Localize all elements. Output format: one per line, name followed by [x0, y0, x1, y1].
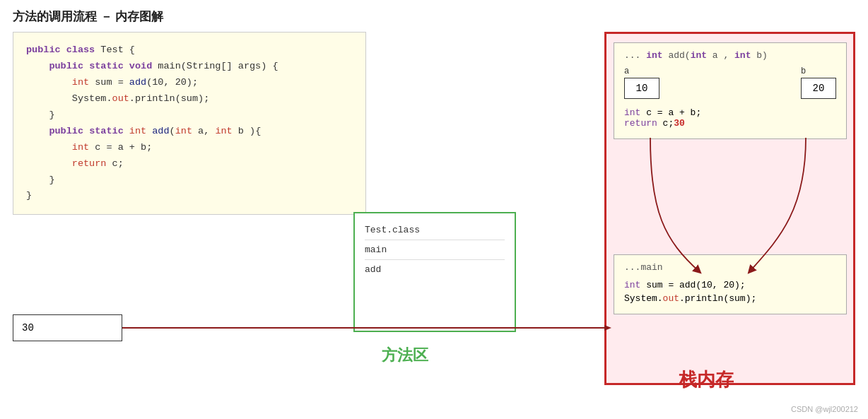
main-code-line1: int sum = add(10, 20);: [624, 280, 836, 290]
method-area-class: Test.class: [365, 220, 505, 240]
csdn-label: CSDN @wjl200212: [791, 405, 858, 413]
add-frame: ... int add(int a , int b) a 10 b 20 int…: [614, 42, 847, 139]
output-value: 30: [22, 322, 34, 334]
method-area-add: add: [365, 260, 505, 279]
add-code-line1: int c = a + b;: [624, 107, 836, 118]
stack-area-label: 栈内存: [679, 367, 734, 392]
var-b-label: b: [801, 66, 836, 76]
method-area-main: main: [365, 240, 505, 260]
var-a-box: 10: [624, 78, 659, 99]
var-b-box: 20: [801, 78, 836, 99]
main-frame: ...main int sum = add(10, 20); System.ou…: [614, 254, 847, 314]
code-block: public class Test { public static void m…: [13, 32, 366, 215]
var-a-label: a: [624, 66, 659, 76]
output-box: 30: [13, 314, 122, 341]
var-b-container: b 20: [801, 66, 836, 99]
page-title: 方法的调用流程 － 内存图解: [13, 8, 163, 25]
main-code-line2: System.out.println(sum);: [624, 293, 836, 304]
add-code-line2: return c;30: [624, 118, 836, 129]
add-frame-title: ... int add(int a , int b): [624, 50, 836, 61]
main-frame-title: ...main: [624, 262, 836, 273]
var-a-container: a 10: [624, 66, 659, 99]
method-area-label: 方法区: [382, 345, 428, 366]
method-area-box: Test.class main add: [353, 212, 516, 332]
